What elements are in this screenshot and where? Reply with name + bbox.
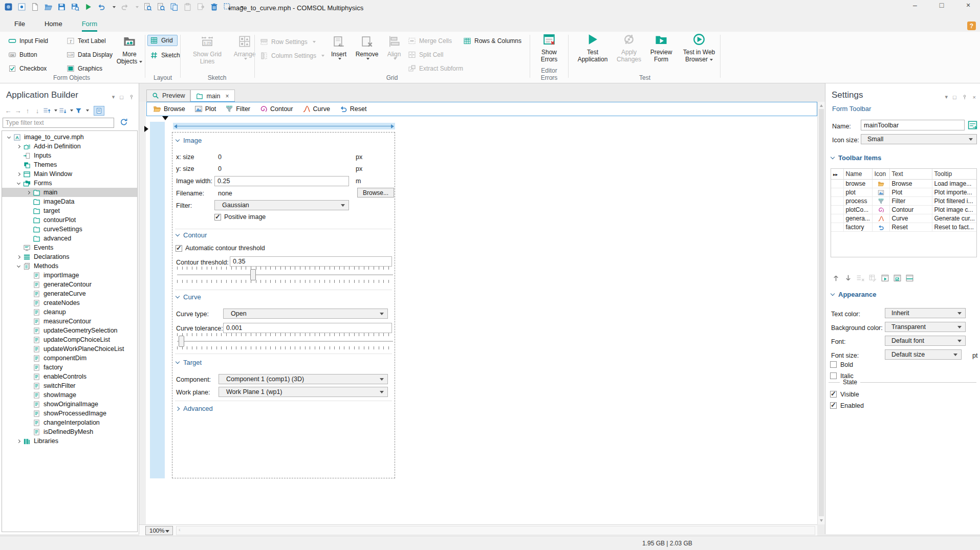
toolbar-item-row-Filter[interactable]: processFilterPlot filtered i...	[831, 196, 976, 205]
tree-item-measureContour[interactable]: measureContour	[2, 317, 137, 326]
grid-column-indicator[interactable]	[173, 123, 395, 129]
row-selector-cell[interactable]	[831, 214, 843, 223]
panel-menu-icon[interactable]: ▾	[945, 94, 948, 100]
scroll-down-icon[interactable]	[820, 519, 823, 522]
row-selector-cell[interactable]	[831, 188, 843, 196]
tree-item-curveSettings[interactable]: curveSettings	[2, 225, 137, 234]
section-contour[interactable]: Contour	[176, 231, 207, 239]
show-in-model-builder-toggle[interactable]	[94, 106, 104, 116]
curve-tolerance-slider[interactable]	[177, 333, 393, 349]
ribbon-rows-columns-button[interactable]: Rows & Columns	[463, 36, 521, 46]
tree-item-changeInterpolation[interactable]: changeInterpolation	[2, 418, 137, 427]
section-curve[interactable]: Curve	[176, 293, 201, 301]
ribbon-data-display-button[interactable]: 1.23Data Display	[67, 50, 113, 60]
visible-checkbox[interactable]	[830, 391, 837, 398]
ribbon-test-web-browser-button[interactable]: Test in Web Browser	[680, 33, 718, 63]
tree-item-Themes[interactable]: Themes	[2, 160, 137, 169]
toolbar-item-row-Browse[interactable]: browseBrowseLoad image...	[831, 179, 976, 188]
ribbon-text-label-button[interactable]: TText Label	[67, 36, 106, 46]
refresh-icon[interactable]	[119, 118, 128, 126]
name-input[interactable]	[861, 120, 965, 130]
filter-dropdown[interactable]: Gaussian	[214, 200, 349, 210]
item-icon-cell[interactable]	[872, 223, 889, 231]
tree-item-showProcessedImage[interactable]: showProcessedImage	[2, 409, 137, 418]
expand-chevron-icon[interactable]	[25, 189, 32, 196]
item-text-cell[interactable]: Curve	[889, 214, 932, 223]
bold-checkbox[interactable]	[830, 361, 837, 368]
panel-pin-icon[interactable]	[128, 94, 135, 100]
item-text-cell[interactable]: Reset	[889, 223, 932, 231]
tree-item-imageData[interactable]: imageData	[2, 197, 137, 206]
section-advanced[interactable]: Advanced	[176, 405, 213, 412]
ribbon-show-errors-button[interactable]: Show Errors	[534, 33, 564, 63]
tree-item-isDefinedByMesh[interactable]: isDefinedByMesh	[2, 427, 137, 436]
move-item-up-icon[interactable]	[832, 274, 840, 282]
add-toggle-item-icon[interactable]	[893, 274, 902, 282]
tree-item-showImage[interactable]: showImage	[2, 390, 137, 400]
toolbar-item-row-Plot[interactable]: plotPlotPlot importe...	[831, 188, 976, 196]
ribbon-test-application-button[interactable]: Test Application	[574, 33, 611, 63]
positive-image-checkbox[interactable]	[214, 214, 221, 221]
app-logo-icon[interactable]	[4, 3, 13, 11]
tab-file[interactable]: File	[14, 20, 25, 32]
ribbon-preview-form-button[interactable]: Preview Form	[647, 33, 676, 63]
panel-float-icon[interactable]: □	[120, 94, 123, 100]
column-header-text[interactable]: Text	[889, 169, 932, 179]
tree-item-showOriginalImage[interactable]: showOriginalImage	[2, 400, 137, 409]
edit-name-button[interactable]	[967, 120, 978, 130]
minimize-button[interactable]: –	[908, 1, 922, 9]
tree-item-advanced[interactable]: advanced	[2, 234, 137, 243]
section-image[interactable]: Image	[176, 137, 202, 144]
nav-forward-icon[interactable]: →	[14, 107, 22, 115]
column-header-name[interactable]: Name	[843, 169, 872, 179]
ribbon-grid-button[interactable]: Grid	[147, 35, 178, 46]
run-icon[interactable]	[84, 3, 93, 11]
edited-form[interactable]: Image x: size 0 px y: size 0 px Image wi…	[172, 132, 395, 478]
expand-all-dropdown-icon[interactable]	[70, 109, 73, 112]
horizontal-scrollbar[interactable]: ‹	[176, 526, 815, 535]
appearance-section[interactable]: Appearance	[831, 291, 876, 298]
text-color-dropdown[interactable]: Inherit	[885, 308, 966, 318]
tree-filter-dropdown-icon[interactable]	[86, 109, 89, 112]
panel-pin-icon[interactable]	[962, 94, 968, 100]
item-tooltip-cell[interactable]: Generate cur...	[932, 214, 976, 223]
tree-item-Libraries[interactable]: Libraries	[2, 436, 137, 446]
grid-row-indicator[interactable]	[150, 122, 165, 478]
new-file-icon[interactable]	[31, 3, 39, 11]
preview-doc-icon[interactable]	[157, 3, 165, 11]
tree-item-generateContour[interactable]: generateContour	[2, 280, 137, 289]
panel-menu-icon[interactable]: ▾	[112, 94, 115, 100]
contour-threshold-input[interactable]	[230, 256, 392, 267]
undo-icon[interactable]	[97, 3, 106, 11]
panel-float-icon[interactable]: □	[953, 94, 956, 100]
tree-item-Main Window[interactable]: Main Window	[2, 169, 137, 179]
panel-close-icon[interactable]: ×	[973, 94, 976, 100]
item-name-cell[interactable]: plot	[843, 188, 872, 196]
tree-item-updateGeometrySelection[interactable]: updateGeometrySelection	[2, 326, 137, 335]
expand-chevron-icon[interactable]	[15, 143, 22, 150]
move-item-down-icon[interactable]	[844, 274, 853, 282]
row-selector-cell[interactable]	[831, 196, 843, 205]
section-target[interactable]: Target	[176, 359, 202, 366]
tree-item-contourPlot[interactable]: contourPlot	[2, 215, 137, 225]
toolbar-item-row-Contour[interactable]: plotCo...ContourPlot image c...	[831, 205, 976, 214]
column-header-tooltip[interactable]: Tooltip	[932, 169, 976, 179]
ribbon-insert-button[interactable]: Insert	[328, 35, 350, 60]
move-up-icon[interactable]: ↑	[24, 107, 32, 115]
tab-preview[interactable]: Preview	[146, 90, 190, 102]
tree-item-Declarations[interactable]: Declarations	[2, 252, 137, 261]
item-text-cell[interactable]: Plot	[889, 188, 932, 196]
contour-threshold-slider[interactable]	[177, 267, 393, 283]
tab-home[interactable]: Home	[45, 20, 62, 32]
close-button[interactable]: ×	[962, 1, 975, 9]
tree-item-factory[interactable]: factory	[2, 363, 137, 372]
tree-item-image_to_curve.mph[interactable]: Aimage_to_curve.mph	[2, 133, 137, 142]
move-down-icon[interactable]: ↓	[33, 107, 41, 115]
scroll-up-icon[interactable]	[820, 104, 823, 107]
open-file-icon[interactable]	[44, 3, 53, 11]
tree-item-switchFilter[interactable]: switchFilter	[2, 381, 137, 390]
ribbon-input-field-button[interactable]: Input Field	[8, 36, 48, 46]
undo-dropdown-icon[interactable]	[113, 6, 116, 8]
add-button-item-icon[interactable]	[881, 274, 889, 282]
enabled-checkbox[interactable]	[830, 402, 837, 409]
